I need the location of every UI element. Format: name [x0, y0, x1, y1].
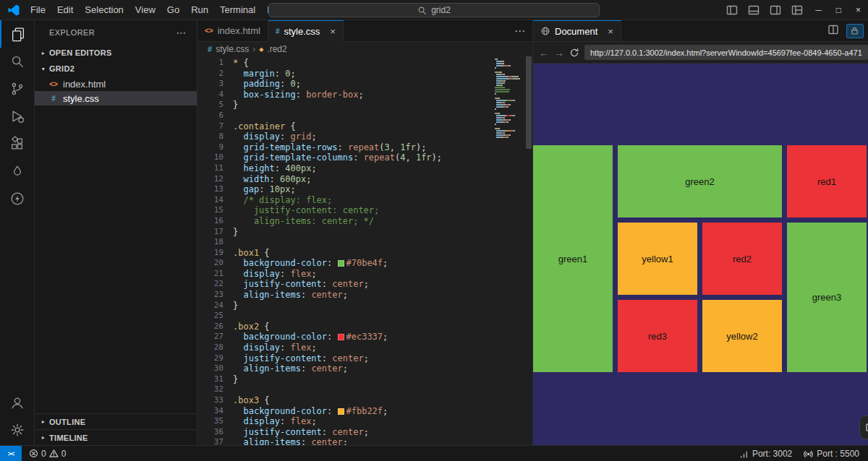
- editor-scrollbar[interactable]: [526, 56, 532, 149]
- file-item-style.css[interactable]: #style.css: [35, 91, 197, 105]
- code-line-16[interactable]: 16 align-items: center; */: [197, 216, 532, 227]
- explorer-icon[interactable]: [0, 20, 35, 48]
- menu-view[interactable]: View: [129, 4, 161, 15]
- code-line-36[interactable]: 36 justify-content: center;: [197, 427, 532, 438]
- code-line-12[interactable]: 12 width: 600px;: [197, 174, 532, 185]
- tab-document[interactable]: Document ×: [533, 20, 621, 41]
- extensions-icon[interactable]: [0, 130, 35, 158]
- close-icon[interactable]: ×: [608, 26, 613, 37]
- code-line-8[interactable]: 8 display: grid;: [197, 132, 532, 142]
- browser-forward-icon[interactable]: →: [554, 47, 564, 59]
- code-line-4[interactable]: 4 box-sizing: border-box;: [197, 90, 532, 100]
- minimap[interactable]: [495, 59, 521, 139]
- minimize-button[interactable]: ─: [808, 0, 829, 20]
- code-line-35[interactable]: 35 display: flex;: [197, 416, 532, 427]
- line-number: 35: [197, 416, 224, 427]
- run-debug-icon[interactable]: [0, 103, 35, 130]
- code-line-22[interactable]: 22 justify-content: center;: [197, 279, 532, 290]
- browser-reload-icon[interactable]: [569, 48, 579, 58]
- menu-go[interactable]: Go: [161, 4, 185, 15]
- warning-icon: [49, 449, 59, 458]
- browser-back-icon[interactable]: ←: [539, 47, 549, 59]
- more-actions-icon[interactable]: ⋯: [176, 27, 187, 38]
- customize-layout-icon[interactable]: [786, 4, 808, 16]
- menu-selection[interactable]: Selection: [79, 4, 129, 15]
- tab-style.css[interactable]: #style.css×: [268, 20, 344, 42]
- split-editor-icon[interactable]: [827, 24, 839, 38]
- settings-gear-icon[interactable]: [0, 416, 35, 444]
- code-line-15[interactable]: 15 justify-content: center;: [197, 205, 532, 216]
- code-line-11[interactable]: 11 height: 400px;: [197, 163, 532, 174]
- code-line-5[interactable]: 5}: [197, 100, 532, 111]
- code-line-28[interactable]: 28 display: flex;: [197, 342, 532, 353]
- folder-section-grid2[interactable]: ▾ GRID2: [35, 61, 197, 77]
- code-line-23[interactable]: 23 align-items: center;: [197, 290, 532, 301]
- code-line-10[interactable]: 10 grid-template-columns: repeat(4, 1fr)…: [197, 152, 532, 163]
- file-item-index.html[interactable]: <>index.html: [35, 77, 197, 91]
- toggle-secondary-sidebar-icon[interactable]: [765, 4, 786, 16]
- code-line-1[interactable]: 1* {: [197, 58, 532, 69]
- remote-indicator[interactable]: ><: [0, 446, 22, 461]
- code-line-3[interactable]: 3 padding: 0;: [197, 79, 532, 90]
- account-icon[interactable]: [0, 389, 35, 416]
- breadcrumb-symbol[interactable]: .red2: [267, 44, 286, 54]
- tab-label: index.html: [218, 25, 260, 36]
- code-line-20[interactable]: 20 background-color: #70be4f;: [197, 258, 532, 269]
- port-forward-status[interactable]: Port: 3002: [739, 449, 792, 459]
- browser-overlay-button[interactable]: [859, 415, 868, 439]
- color-swatch[interactable]: [338, 408, 344, 415]
- breadcrumb[interactable]: # style.css › ◆ .red2: [197, 42, 532, 56]
- color-swatch[interactable]: [338, 260, 344, 267]
- timeline-section[interactable]: ▸ TIMELINE: [35, 429, 197, 445]
- maximize-button[interactable]: □: [829, 0, 848, 20]
- live-server-status[interactable]: Port : 5500: [804, 449, 859, 459]
- toggle-panel-icon[interactable]: [743, 4, 765, 16]
- minimap-line: [495, 121, 521, 123]
- code-line-30[interactable]: 30 align-items: center;: [197, 363, 532, 374]
- code-line-34[interactable]: 34 background-color: #fbb22f;: [197, 406, 532, 417]
- line-number: 11: [197, 163, 224, 174]
- menu-run[interactable]: Run: [185, 4, 214, 15]
- menu-terminal[interactable]: Terminal: [214, 4, 261, 15]
- minimap-line: [495, 72, 521, 73]
- color-swatch[interactable]: [338, 334, 344, 340]
- tab-index.html[interactable]: <>index.html: [197, 20, 268, 41]
- live-server-icon[interactable]: [0, 158, 35, 185]
- breadcrumb-file[interactable]: style.css: [216, 44, 249, 54]
- outline-section[interactable]: ▸ OUTLINE: [35, 413, 197, 429]
- code-line-13[interactable]: 13 gap: 10px;: [197, 184, 532, 195]
- source-control-icon[interactable]: [0, 75, 35, 103]
- code-line-17[interactable]: 17}: [197, 227, 532, 238]
- code-line-14[interactable]: 14 /* display: flex;: [197, 195, 532, 206]
- code-line-2[interactable]: 2 margin: 0;: [197, 69, 532, 79]
- command-center-search[interactable]: grid2: [268, 3, 600, 17]
- code-line-32[interactable]: 32: [197, 384, 532, 395]
- code-editor[interactable]: 1* {2 margin: 0;3 padding: 0;4 box-sizin…: [197, 56, 532, 445]
- thunder-client-icon[interactable]: [0, 185, 35, 212]
- toggle-sidebar-icon[interactable]: [721, 4, 743, 16]
- code-line-7[interactable]: 7.container {: [197, 121, 532, 132]
- code-line-18[interactable]: 18: [197, 237, 532, 248]
- code-line-33[interactable]: 33.box3 {: [197, 395, 532, 406]
- code-line-24[interactable]: 24}: [197, 301, 532, 311]
- close-button[interactable]: ×: [848, 0, 868, 20]
- code-line-9[interactable]: 9 grid-template-rows: repeat(3, 1fr);: [197, 142, 532, 153]
- code-line-19[interactable]: 19.box1 {: [197, 248, 532, 259]
- code-line-26[interactable]: 26.box2 {: [197, 322, 532, 332]
- search-icon[interactable]: [0, 48, 35, 75]
- menu-file[interactable]: File: [25, 4, 51, 15]
- lock-icon[interactable]: [846, 24, 864, 38]
- menu-edit[interactable]: Edit: [51, 4, 79, 15]
- code-line-29[interactable]: 29 justify-content: center;: [197, 353, 532, 364]
- code-line-31[interactable]: 31}: [197, 374, 532, 385]
- open-editors-section[interactable]: ▸ OPEN EDITORS: [35, 45, 197, 61]
- editor-actions-icon[interactable]: ⋯: [514, 20, 532, 41]
- code-line-21[interactable]: 21 display: flex;: [197, 269, 532, 280]
- code-line-27[interactable]: 27 background-color: #ec3337;: [197, 332, 532, 342]
- code-line-6[interactable]: 6: [197, 111, 532, 121]
- url-input[interactable]: http://127.0.0.1:3002/index.html?serverW…: [584, 45, 868, 60]
- problems-indicator[interactable]: 0 0: [29, 449, 66, 459]
- code-line-37[interactable]: 37 align-items: center;: [197, 437, 532, 445]
- code-line-25[interactable]: 25: [197, 311, 532, 322]
- close-icon[interactable]: ×: [330, 26, 336, 37]
